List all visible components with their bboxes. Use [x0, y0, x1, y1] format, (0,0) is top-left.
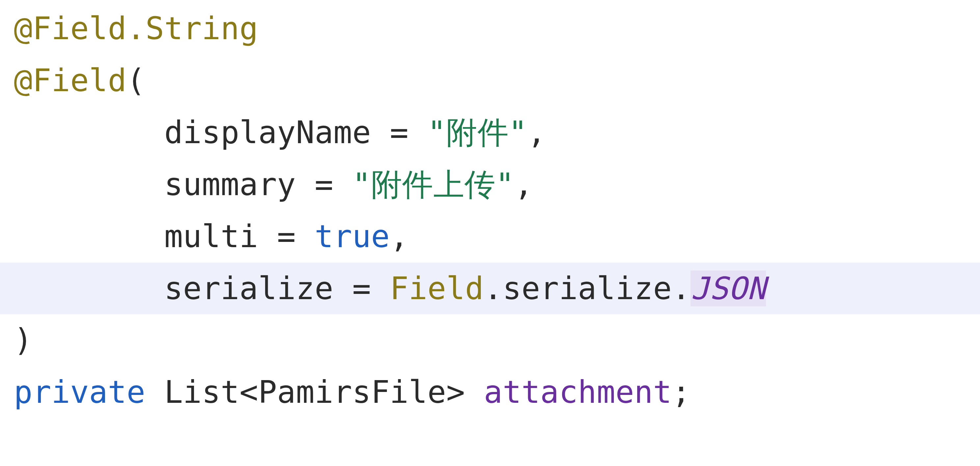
indent — [14, 219, 164, 254]
field-name: attachment — [484, 374, 672, 410]
comma: , — [514, 166, 533, 202]
annotation-name: Field — [33, 63, 126, 98]
equals: = — [258, 219, 315, 254]
string-literal: "附件上传" — [352, 166, 514, 202]
annotation-at: @ — [14, 11, 33, 46]
indent — [14, 271, 164, 306]
paren-open: ( — [127, 63, 146, 98]
equals: = — [371, 114, 428, 151]
comma: , — [527, 114, 546, 151]
annotation-sub: String — [146, 11, 258, 46]
angle-open: < — [239, 374, 258, 410]
indent — [14, 166, 164, 202]
space — [465, 374, 484, 410]
comma: , — [390, 219, 409, 254]
code-editor[interactable]: @Field.String @Field( displayName = "附件"… — [0, 0, 980, 418]
paren-close: ) — [14, 322, 33, 358]
qualifier: serialize — [503, 271, 672, 306]
keyword-private: private — [14, 374, 146, 410]
dot: . — [672, 271, 690, 306]
semicolon: ; — [672, 374, 690, 410]
code-line-6-highlighted: serialize = Field.serialize.JSON — [0, 263, 980, 315]
param-name: displayName — [164, 114, 371, 151]
generic-type: PamirsFile — [258, 374, 446, 410]
code-line-5: multi = true, — [14, 219, 409, 254]
angle-close: > — [446, 374, 465, 410]
space — [146, 374, 164, 410]
code-line-1: @Field.String — [14, 11, 258, 46]
constant-json: JSON — [690, 271, 765, 306]
dot: . — [484, 271, 503, 306]
equals: = — [296, 166, 352, 202]
code-line-7: ) — [14, 322, 33, 358]
param-name: summary — [164, 166, 296, 202]
code-line-3: displayName = "附件", — [14, 114, 546, 151]
param-name: multi — [164, 219, 258, 254]
qualifier: Field — [390, 271, 484, 306]
indent — [14, 114, 164, 151]
code-line-2: @Field( — [14, 63, 146, 98]
string-literal: "附件" — [428, 114, 527, 151]
annotation-name: Field — [33, 11, 126, 46]
equals: = — [334, 271, 390, 306]
dot: . — [127, 11, 146, 46]
keyword-true: true — [315, 219, 390, 254]
param-name: serialize — [164, 271, 334, 306]
type-list: List — [164, 374, 239, 410]
annotation-at: @ — [14, 63, 33, 98]
code-line-8: private List<PamirsFile> attachment; — [14, 374, 690, 410]
code-line-4: summary = "附件上传", — [14, 166, 533, 202]
